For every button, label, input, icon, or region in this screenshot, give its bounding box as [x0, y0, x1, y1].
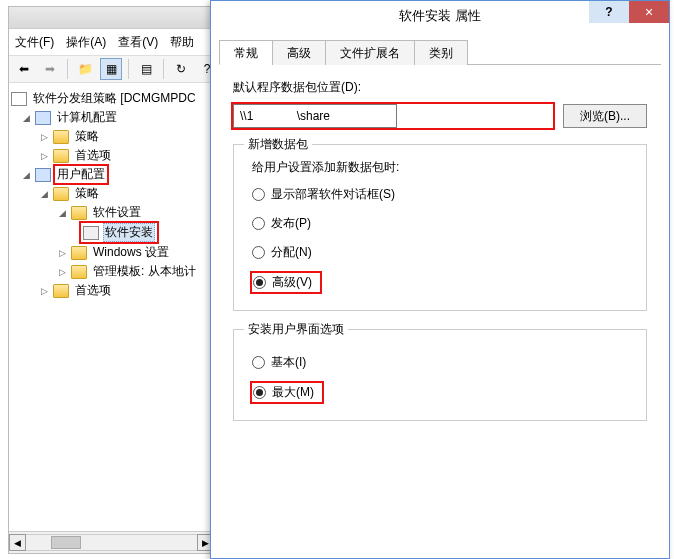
user-icon — [35, 168, 51, 182]
software-install-properties-dialog: 软件安装 属性 ? × 常规 高级 文件扩展名 类别 默认程序数据包位置(D):… — [210, 0, 670, 559]
tree-software-install[interactable]: 软件安装 — [103, 223, 155, 242]
expander-icon[interactable]: ◢ — [21, 112, 32, 123]
tree-computer-config[interactable]: 计算机配置 — [55, 109, 119, 126]
dialog-tabs: 常规 高级 文件扩展名 类别 — [219, 39, 661, 65]
computer-icon — [35, 111, 51, 125]
expander-icon[interactable]: ▷ — [57, 266, 68, 277]
radio-icon — [252, 246, 265, 259]
radio-assign[interactable]: 分配(N) — [252, 244, 628, 261]
scroll-thumb[interactable] — [51, 536, 81, 549]
folder-icon — [71, 246, 87, 260]
toolbar-separator — [67, 59, 68, 79]
folder-icon — [53, 284, 69, 298]
expander-icon[interactable]: ▷ — [39, 131, 50, 142]
expander-icon[interactable]: ◢ — [57, 207, 68, 218]
tree-policy[interactable]: 策略 — [73, 185, 101, 202]
folder-icon — [53, 187, 69, 201]
expander-icon[interactable]: ▷ — [39, 150, 50, 161]
default-path-label: 默认程序数据包位置(D): — [233, 79, 647, 96]
radio-icon — [252, 217, 265, 230]
properties-icon: ▤ — [141, 62, 152, 76]
radio-basic[interactable]: 基本(I) — [252, 354, 628, 371]
toolbar-properties-button[interactable]: ▤ — [135, 58, 157, 80]
tree-hscroll[interactable]: ◀ ▶ — [9, 531, 214, 553]
radio-icon — [253, 276, 266, 289]
list-icon: ▦ — [106, 62, 117, 76]
radio-icon — [252, 356, 265, 369]
tree-user-config[interactable]: 用户配置 — [55, 166, 107, 183]
tab-general[interactable]: 常规 — [219, 40, 273, 65]
radio-show-deploy-dialog[interactable]: 显示部署软件对话框(S) — [252, 186, 628, 203]
tree-root[interactable]: 软件分发组策略 [DCMGMPDC — [31, 90, 198, 107]
toolbar-separator — [163, 59, 164, 79]
toolbar-separator — [128, 59, 129, 79]
browse-button[interactable]: 浏览(B)... — [563, 104, 647, 128]
radio-icon — [253, 386, 266, 399]
tab-advanced[interactable]: 高级 — [272, 40, 326, 65]
tree-pref[interactable]: 首选项 — [73, 282, 113, 299]
expander-icon[interactable]: ◢ — [39, 188, 50, 199]
menu-view[interactable]: 查看(V) — [118, 34, 158, 51]
scroll-track[interactable] — [26, 534, 197, 551]
tree-software-settings[interactable]: 软件设置 — [91, 204, 143, 221]
dialog-title: 软件安装 属性 — [399, 7, 481, 25]
tree-policy[interactable]: 策略 — [73, 128, 101, 145]
toolbar-list-button[interactable]: ▦ — [100, 58, 122, 80]
toolbar-up-button[interactable]: 📁 — [74, 58, 96, 80]
refresh-icon: ↻ — [176, 62, 186, 76]
scroll-left-button[interactable]: ◀ — [9, 534, 26, 551]
folder-icon — [71, 206, 87, 220]
menu-help[interactable]: 帮助 — [170, 34, 194, 51]
dialog-titlebar[interactable]: 软件安装 属性 ? × — [211, 1, 669, 31]
group-ui-options: 安装用户界面选项 基本(I) 最大(M) — [233, 329, 647, 421]
default-path-input-highlight — [233, 104, 553, 128]
arrow-right-icon: ➡ — [45, 62, 55, 76]
radio-label: 分配(N) — [271, 244, 312, 261]
menu-action[interactable]: 操作(A) — [66, 34, 106, 51]
tab-file-ext[interactable]: 文件扩展名 — [325, 40, 415, 65]
radio-icon — [252, 188, 265, 201]
group-new-package: 新增数据包 给用户设置添加新数据包时: 显示部署软件对话框(S) 发布(P) 分… — [233, 144, 647, 311]
expander-icon[interactable]: ◢ — [21, 169, 32, 180]
group-new-title: 新增数据包 — [244, 136, 312, 153]
app-icon — [83, 226, 99, 240]
toolbar-forward-button[interactable]: ➡ — [39, 58, 61, 80]
menu-file[interactable]: 文件(F) — [15, 34, 54, 51]
folder-icon — [71, 265, 87, 279]
radio-label: 发布(P) — [271, 215, 311, 232]
radio-label: 显示部署软件对话框(S) — [271, 186, 395, 203]
tab-category[interactable]: 类别 — [414, 40, 468, 65]
group-ui-title: 安装用户界面选项 — [244, 321, 348, 338]
expander-icon[interactable]: ▷ — [57, 247, 68, 258]
tree-windows-settings[interactable]: Windows 设置 — [91, 244, 171, 261]
radio-label: 高级(V) — [272, 274, 312, 291]
radio-advanced[interactable]: 高级(V) — [252, 273, 628, 292]
tree-admin-templates[interactable]: 管理模板: 从本地计 — [91, 263, 198, 280]
tree-pref[interactable]: 首选项 — [73, 147, 113, 164]
tree-pane[interactable]: 软件分发组策略 [DCMGMPDC ◢计算机配置 ▷策略 ▷首选项 ◢用户配置 … — [9, 85, 214, 531]
folder-icon — [53, 149, 69, 163]
radio-max[interactable]: 最大(M) — [252, 383, 628, 402]
radio-label: 基本(I) — [271, 354, 306, 371]
arrow-left-icon: ⬅ — [19, 62, 29, 76]
default-path-input[interactable] — [233, 104, 397, 128]
folder-icon — [53, 130, 69, 144]
radio-publish[interactable]: 发布(P) — [252, 215, 628, 232]
toolbar-refresh-button[interactable]: ↻ — [170, 58, 192, 80]
dialog-help-button[interactable]: ? — [589, 1, 629, 23]
dialog-close-button[interactable]: × — [629, 1, 669, 23]
toolbar-back-button[interactable]: ⬅ — [13, 58, 35, 80]
radio-label: 最大(M) — [272, 384, 314, 401]
folder-up-icon: 📁 — [78, 62, 93, 76]
expander-icon[interactable]: ▷ — [39, 285, 50, 296]
dialog-body: 默认程序数据包位置(D): 浏览(B)... 新增数据包 给用户设置添加新数据包… — [211, 65, 669, 453]
policy-icon — [11, 92, 27, 106]
group-new-subtitle: 给用户设置添加新数据包时: — [252, 159, 628, 176]
